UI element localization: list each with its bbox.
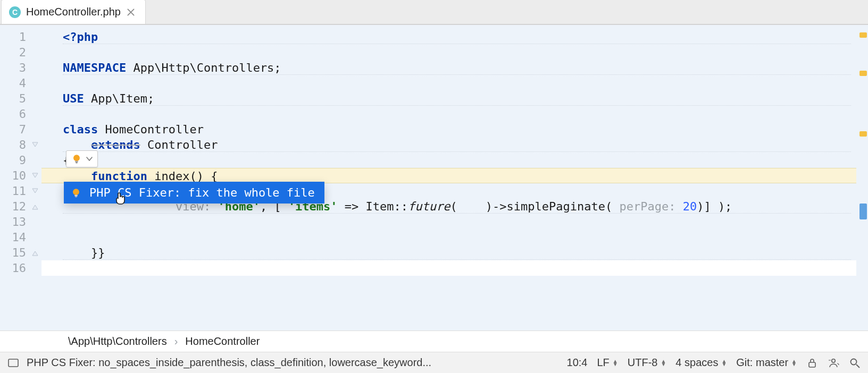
svg-marker-2 <box>32 189 38 193</box>
code-line <box>41 45 856 60</box>
warning-marker[interactable] <box>859 32 867 38</box>
svg-marker-3 <box>32 205 38 209</box>
code-line: }} <box>41 245 856 260</box>
updown-icon: ▲▼ <box>791 360 797 366</box>
fold-toggle-icon[interactable] <box>31 172 39 180</box>
code-line: extends Controller <box>41 137 856 152</box>
code-area[interactable]: <?php NAMESPACE App\Http\Controllers; US… <box>41 25 856 330</box>
code-line <box>41 260 856 276</box>
svg-marker-1 <box>32 173 38 177</box>
info-marker[interactable] <box>859 204 867 219</box>
editor-tab[interactable]: C HomeController.php <box>1 0 146 24</box>
svg-rect-10 <box>75 196 77 197</box>
breadcrumb-segment[interactable]: \App\Http\Controllers <box>68 335 167 347</box>
lightbulb-icon <box>70 187 82 199</box>
svg-rect-11 <box>9 359 18 367</box>
php-class-icon: C <box>9 6 21 18</box>
breadcrumb-segment[interactable]: HomeController <box>185 335 260 347</box>
code-line: NAMESPACE App\Http\Controllers; <box>41 60 856 75</box>
problems-icon[interactable] <box>7 357 19 369</box>
svg-marker-0 <box>32 142 38 147</box>
svg-marker-4 <box>32 251 38 256</box>
inspection-message[interactable]: PHP CS Fixer: no_spaces_inside_parenthes… <box>27 357 431 369</box>
updown-icon: ▲▼ <box>721 360 727 366</box>
code-line-caret: function index() { <box>41 168 856 183</box>
search-icon[interactable] <box>849 357 861 369</box>
code-editor[interactable]: 1 2 3 4 5 6 7 8 9 10 11 12 13 14 15 16 <box>0 25 868 330</box>
fold-end-icon[interactable] <box>31 249 39 257</box>
updown-icon: ▲▼ <box>661 360 666 366</box>
svg-rect-9 <box>74 194 78 196</box>
tab-filename: HomeController.php <box>26 6 121 18</box>
cursor-hand-icon <box>113 191 128 206</box>
code-line <box>41 230 856 245</box>
tab-bar: C HomeController.php <box>0 0 868 24</box>
code-line: class HomeController <box>41 122 856 137</box>
lock-icon[interactable] <box>806 357 818 369</box>
close-icon[interactable] <box>126 7 136 17</box>
indent-selector[interactable]: 4 spaces ▲▼ <box>675 357 727 369</box>
warning-marker[interactable] <box>859 71 867 76</box>
svg-point-8 <box>73 189 79 195</box>
breadcrumb-separator-icon: › <box>174 335 178 347</box>
svg-rect-7 <box>76 162 78 163</box>
chevron-down-icon <box>86 155 93 163</box>
svg-rect-6 <box>75 161 78 163</box>
code-line <box>41 75 856 91</box>
vcs-branch-selector[interactable]: Git: master ▲▼ <box>736 357 797 369</box>
svg-point-14 <box>851 359 857 364</box>
caret-position[interactable]: 10:4 <box>567 357 588 369</box>
code-line <box>41 106 856 122</box>
gutter[interactable]: 1 2 3 4 5 6 7 8 9 10 11 12 13 14 15 16 <box>0 25 41 330</box>
code-line: { <box>41 152 856 168</box>
warning-marker[interactable] <box>859 131 867 137</box>
intention-popup[interactable]: PHP CS Fixer: fix the whole file <box>64 182 324 204</box>
error-stripe[interactable] <box>856 25 868 330</box>
code-line: <?php <box>41 29 856 45</box>
status-bar: PHP CS Fixer: no_spaces_inside_parenthes… <box>0 352 868 373</box>
lightbulb-icon <box>71 153 82 165</box>
svg-point-13 <box>832 359 835 362</box>
updown-icon: ▲▼ <box>613 360 618 366</box>
codewithme-icon[interactable] <box>828 357 839 369</box>
fold-end-icon[interactable] <box>31 203 39 210</box>
intention-bulb-button[interactable] <box>66 150 98 167</box>
code-line: USE App\Item; <box>41 91 856 106</box>
fold-column <box>29 25 41 330</box>
fold-toggle-icon[interactable] <box>31 188 39 195</box>
editor-shell: 1 2 3 4 5 6 7 8 9 10 11 12 13 14 15 16 <box>0 24 868 373</box>
svg-point-5 <box>73 155 80 161</box>
encoding-selector[interactable]: UTF-8 ▲▼ <box>628 357 666 369</box>
svg-rect-12 <box>809 362 815 367</box>
fold-toggle-icon[interactable] <box>31 141 39 149</box>
line-separator-selector[interactable]: LF ▲▼ <box>597 357 618 369</box>
code-line <box>41 214 856 230</box>
breadcrumb[interactable]: \App\Http\Controllers › HomeController <box>0 330 868 352</box>
